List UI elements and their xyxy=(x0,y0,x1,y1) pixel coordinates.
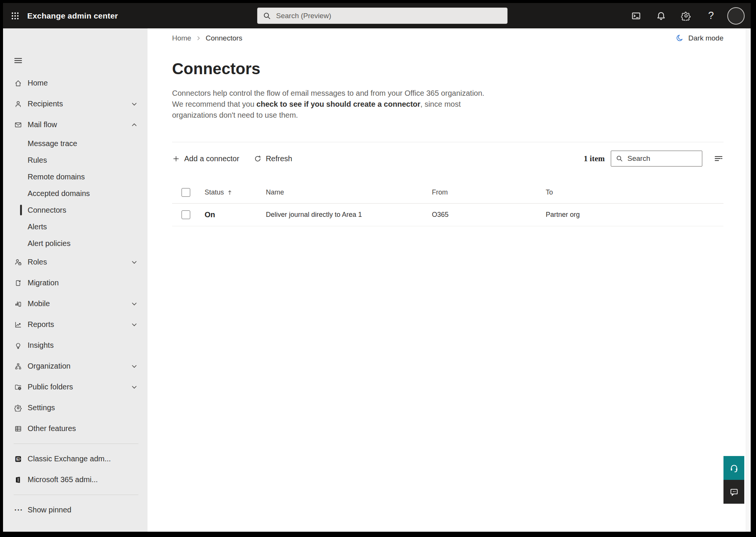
table-row[interactable]: On Deliver journal directly to Area 1 O3… xyxy=(172,204,723,226)
sidebar-item-roles[interactable]: Roles xyxy=(3,252,147,272)
moon-icon xyxy=(675,34,684,42)
sidebar-item-label: Connectors xyxy=(28,206,66,215)
chevron-right-icon xyxy=(196,36,201,41)
sidebar-item-reports[interactable]: Reports xyxy=(3,314,147,335)
sidebar-item-message-trace[interactable]: Message trace xyxy=(3,135,147,152)
refresh-button[interactable]: Refresh xyxy=(254,154,292,163)
row-checkbox[interactable] xyxy=(182,210,190,219)
sidebar-item-label: Microsoft 365 admi... xyxy=(28,475,98,484)
settings-button[interactable] xyxy=(674,3,699,28)
page-description: Connectors help control the flow of emai… xyxy=(172,88,493,121)
top-bar: Exchange admin center Search (Preview) xyxy=(3,3,751,28)
migration-icon xyxy=(14,279,22,287)
sidebar-item-remote-domains[interactable]: Remote domains xyxy=(3,168,147,185)
vertical-scrollbar[interactable] xyxy=(746,28,751,532)
sidebar-item-mail-flow[interactable]: Mail flow xyxy=(3,114,147,135)
breadcrumb-row: Home Connectors Dark mode xyxy=(172,34,723,42)
sidebar-item-rules[interactable]: Rules xyxy=(3,152,147,168)
chevron-down-icon xyxy=(131,384,138,391)
sidebar-item-label: Insights xyxy=(28,341,54,350)
sidebar-divider xyxy=(14,495,138,495)
filter-lines-icon xyxy=(714,154,723,163)
lightbulb-icon xyxy=(14,342,22,349)
nav-list: Home Recipients Mail flow xyxy=(3,73,147,520)
column-header-to[interactable]: To xyxy=(546,188,723,196)
app-body: Home Recipients Mail flow xyxy=(3,28,751,532)
main-content: Home Connectors Dark mode Connectors Con… xyxy=(147,28,751,532)
sidebar-item-label: Alert policies xyxy=(28,239,70,248)
sidebar-item-label: Alerts xyxy=(28,223,47,231)
connectors-table: Status Name From To On Deliver journal d… xyxy=(172,182,723,226)
nav-collapse-button[interactable] xyxy=(11,53,26,68)
dark-mode-toggle[interactable]: Dark mode xyxy=(675,34,723,42)
sidebar-item-label: Recipients xyxy=(28,100,63,108)
column-header-from[interactable]: From xyxy=(432,188,546,196)
sidebar-item-label: Organization xyxy=(28,362,70,370)
refresh-label: Refresh xyxy=(266,154,292,163)
cell-status: On xyxy=(205,210,266,219)
sidebar-item-migration[interactable]: Migration xyxy=(3,272,147,293)
help-button[interactable]: ? xyxy=(699,3,723,28)
sidebar-item-organization[interactable]: Organization xyxy=(3,356,147,377)
sort-ascending-icon xyxy=(227,190,233,195)
support-button[interactable] xyxy=(723,456,744,480)
add-connector-button[interactable]: Add a connector xyxy=(172,154,239,163)
exchange-logo-icon: E xyxy=(14,455,22,463)
sidebar-item-mobile[interactable]: Mobile xyxy=(3,293,147,314)
table-header-row: Status Name From To xyxy=(172,182,723,204)
sidebar-item-show-pinned[interactable]: ··· Show pinned xyxy=(3,500,147,520)
cell-from: O365 xyxy=(432,211,546,219)
global-search-input[interactable]: Search (Preview) xyxy=(257,8,508,24)
bell-icon xyxy=(656,11,666,21)
cell-to: Partner org xyxy=(546,211,723,219)
person-icon xyxy=(14,100,22,108)
add-connector-label: Add a connector xyxy=(184,154,239,163)
sidebar-item-home[interactable]: Home xyxy=(3,73,147,93)
sidebar-item-alert-policies[interactable]: Alert policies xyxy=(3,235,147,252)
app-launcher-button[interactable] xyxy=(3,3,27,28)
sidebar-item-other-features[interactable]: Other features xyxy=(3,418,147,439)
chevron-down-icon xyxy=(131,363,138,370)
plus-icon xyxy=(172,155,180,163)
exchange-admin-center-window: Exchange admin center Search (Preview) xyxy=(3,3,751,532)
sidebar-item-classic-exchange-admin[interactable]: E Classic Exchange adm... xyxy=(3,448,147,469)
roles-icon xyxy=(14,258,22,266)
chat-bubble-icon xyxy=(729,487,739,497)
select-all-checkbox[interactable] xyxy=(182,188,190,197)
sidebar-item-insights[interactable]: Insights xyxy=(3,335,147,356)
sidebar-item-label: Home xyxy=(28,79,48,87)
description-link[interactable]: check to see if you should create a conn… xyxy=(256,100,420,108)
mobile-devices-icon xyxy=(14,300,22,308)
notifications-button[interactable] xyxy=(649,3,674,28)
page-title: Connectors xyxy=(172,60,723,78)
powershell-button[interactable] xyxy=(624,3,649,28)
sidebar-item-settings[interactable]: Settings xyxy=(3,397,147,418)
chevron-down-icon xyxy=(131,101,138,107)
global-search-placeholder: Search (Preview) xyxy=(276,12,331,20)
headset-icon xyxy=(729,463,739,473)
chevron-up-icon xyxy=(131,121,138,128)
floating-buttons xyxy=(723,456,744,504)
gear-icon xyxy=(681,11,691,21)
list-search-input[interactable]: Search xyxy=(611,151,702,167)
sidebar-item-label: Accepted domains xyxy=(28,189,90,198)
column-header-name[interactable]: Name xyxy=(266,188,432,196)
sidebar-item-recipients[interactable]: Recipients xyxy=(3,93,147,114)
sidebar-item-accepted-domains[interactable]: Accepted domains xyxy=(3,185,147,202)
breadcrumb-home-link[interactable]: Home xyxy=(172,34,191,42)
sidebar-item-label: Show pinned xyxy=(28,506,71,514)
refresh-icon xyxy=(254,155,262,163)
sidebar-item-connectors[interactable]: Connectors xyxy=(3,202,147,218)
feedback-button[interactable] xyxy=(723,480,744,504)
sidebar-item-label: Message trace xyxy=(28,139,77,148)
column-header-status[interactable]: Status xyxy=(205,188,266,196)
sidebar-item-alerts[interactable]: Alerts xyxy=(3,218,147,235)
mail-icon xyxy=(14,121,22,129)
svg-text:E: E xyxy=(16,457,19,461)
reports-icon xyxy=(14,321,22,328)
account-avatar[interactable] xyxy=(727,7,745,25)
sidebar-item-label: Remote domains xyxy=(28,173,85,181)
sidebar-item-public-folders[interactable]: Public folders xyxy=(3,377,147,397)
sidebar-item-microsoft-365-admin[interactable]: Microsoft 365 admi... xyxy=(3,469,147,490)
filter-button[interactable] xyxy=(714,154,723,163)
